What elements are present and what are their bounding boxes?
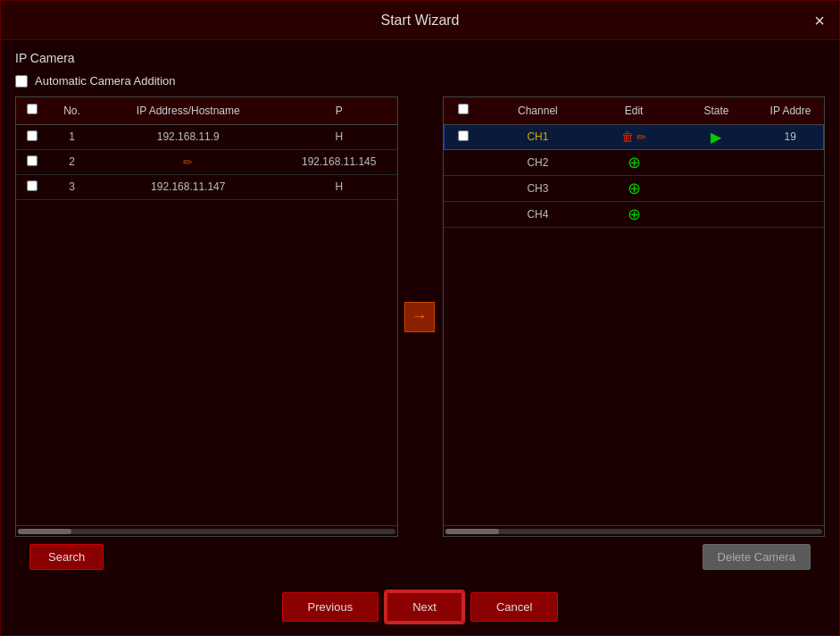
right-scrollbar-thumb xyxy=(445,529,499,534)
nav-buttons-area: Previous Next Cancel xyxy=(1,584,839,635)
arrow-button-container: → xyxy=(404,302,435,332)
right-table-body: CH1 🗑 ✏ ▶ 19 xyxy=(444,124,824,227)
ch4-ip xyxy=(758,201,824,227)
right-col-ip: IP Addre xyxy=(758,97,824,124)
dialog-title: Start Wizard xyxy=(380,13,459,29)
right-col-channel: Channel xyxy=(483,97,593,124)
table-row: 3 192.168.11.147 H xyxy=(16,174,397,199)
ch2-checkbox-cell xyxy=(444,149,483,175)
auto-add-checkbox[interactable] xyxy=(15,75,28,88)
ch1-ip: 19 xyxy=(758,124,824,149)
left-header-checkbox-cell xyxy=(16,97,48,124)
right-table-header: Channel Edit State IP Addre xyxy=(444,97,824,124)
right-header-checkbox-cell xyxy=(444,97,483,124)
ch4-add-icon[interactable]: ⊕ xyxy=(628,205,641,223)
left-panel: No. IP Address/Hostname P 1 xyxy=(15,96,398,537)
right-panel: Channel Edit State IP Addre xyxy=(443,96,826,537)
tables-area: No. IP Address/Hostname P 1 xyxy=(15,96,825,537)
left-col-protocol: P xyxy=(281,97,397,124)
previous-button[interactable]: Previous xyxy=(282,592,379,622)
right-col-state: State xyxy=(675,97,757,124)
right-scrollbar-track xyxy=(445,529,823,534)
row2-ip: 192.168.11.145 xyxy=(281,149,397,174)
ch3-checkbox-cell xyxy=(444,175,483,201)
ch3-add-cell: ⊕ xyxy=(593,175,675,201)
table-row: CH4 ⊕ xyxy=(444,201,824,227)
row1-protocol: H xyxy=(281,124,397,149)
left-col-ip: IP Address/Hostname xyxy=(96,97,281,124)
right-select-all-checkbox[interactable] xyxy=(458,104,469,114)
ch3-channel: CH3 xyxy=(483,175,593,201)
ch1-play-icon[interactable]: ▶ xyxy=(711,130,721,145)
table-row: CH2 ⊕ xyxy=(444,149,824,175)
left-scrollbar[interactable] xyxy=(16,525,397,536)
row1-no: 1 xyxy=(48,124,95,149)
ch2-state xyxy=(675,149,757,175)
table-row: 1 192.168.11.9 H xyxy=(16,124,397,149)
ch2-channel: CH2 xyxy=(483,149,593,175)
right-scrollbar[interactable] xyxy=(444,525,825,536)
close-button[interactable]: × xyxy=(814,12,825,29)
row1-checkbox[interactable] xyxy=(27,130,37,141)
ch3-state xyxy=(675,175,757,201)
row3-checkbox-cell xyxy=(16,174,48,199)
ch2-add-cell: ⊕ xyxy=(593,149,675,175)
arrow-icon: → xyxy=(412,307,428,326)
section-title: IP Camera xyxy=(15,51,825,65)
row3-protocol: H xyxy=(281,174,397,199)
title-bar: Start Wizard × xyxy=(1,1,839,40)
left-table-header: No. IP Address/Hostname P xyxy=(16,97,397,124)
left-scrollbar-thumb xyxy=(18,529,71,534)
content-area: IP Camera Automatic Camera Addition No xyxy=(1,40,839,584)
row2-edit-icon-cell: ✏ xyxy=(96,149,281,174)
row1-checkbox-cell xyxy=(16,124,48,149)
ch1-checkbox-cell xyxy=(444,124,483,149)
bottom-bar: Search Delete Camera xyxy=(15,537,825,577)
ch4-state xyxy=(675,201,757,227)
ch4-checkbox-cell xyxy=(444,201,483,227)
left-table-container: No. IP Address/Hostname P 1 xyxy=(16,97,397,525)
row2-checkbox-cell xyxy=(16,149,48,174)
left-col-no: No. xyxy=(48,97,95,124)
row3-checkbox[interactable] xyxy=(27,180,37,191)
row2-edit-icon[interactable]: ✏ xyxy=(183,155,193,169)
ch1-checkbox[interactable] xyxy=(458,130,469,141)
ch4-add-cell: ⊕ xyxy=(593,201,675,227)
row3-no: 3 xyxy=(48,174,95,199)
ch1-delete-icon[interactable]: 🗑 xyxy=(621,130,634,144)
ch1-edit-cell: 🗑 ✏ xyxy=(593,124,675,149)
table-row: CH1 🗑 ✏ ▶ 19 xyxy=(444,124,824,149)
add-to-right-button[interactable]: → xyxy=(404,302,435,332)
row1-ip: 192.168.11.9 xyxy=(96,124,281,149)
ch1-edit-icon[interactable]: ✏ xyxy=(636,130,646,144)
ch3-add-icon[interactable]: ⊕ xyxy=(628,180,641,197)
ch1-channel: CH1 xyxy=(483,124,593,149)
next-button[interactable]: Next xyxy=(386,591,463,623)
auto-add-label: Automatic Camera Addition xyxy=(35,74,176,88)
ch2-add-icon[interactable]: ⊕ xyxy=(628,154,641,172)
right-table: Channel Edit State IP Addre xyxy=(444,97,825,228)
left-table-body: 1 192.168.11.9 H 2 ✏ xyxy=(16,124,397,199)
ch1-state-cell: ▶ xyxy=(675,124,757,149)
search-button[interactable]: Search xyxy=(29,544,104,570)
row2-checkbox[interactable] xyxy=(27,155,37,166)
row3-ip: 192.168.11.147 xyxy=(96,174,281,199)
cancel-button[interactable]: Cancel xyxy=(470,592,558,622)
row2-no: 2 xyxy=(48,149,95,174)
auto-add-row: Automatic Camera Addition xyxy=(15,74,825,88)
left-table: No. IP Address/Hostname P 1 xyxy=(16,97,397,200)
right-col-edit: Edit xyxy=(593,97,675,124)
ch2-ip xyxy=(758,149,824,175)
ch3-ip xyxy=(758,175,824,201)
table-row: CH3 ⊕ xyxy=(444,175,824,201)
delete-camera-button[interactable]: Delete Camera xyxy=(703,544,811,570)
right-table-container: Channel Edit State IP Addre xyxy=(444,97,825,525)
start-wizard-dialog: Start Wizard × IP Camera Automatic Camer… xyxy=(0,0,840,636)
left-select-all-checkbox[interactable] xyxy=(27,104,37,114)
ch4-channel: CH4 xyxy=(483,201,593,227)
left-scrollbar-track xyxy=(18,529,395,534)
table-row: 2 ✏ 192.168.11.145 xyxy=(16,149,397,174)
